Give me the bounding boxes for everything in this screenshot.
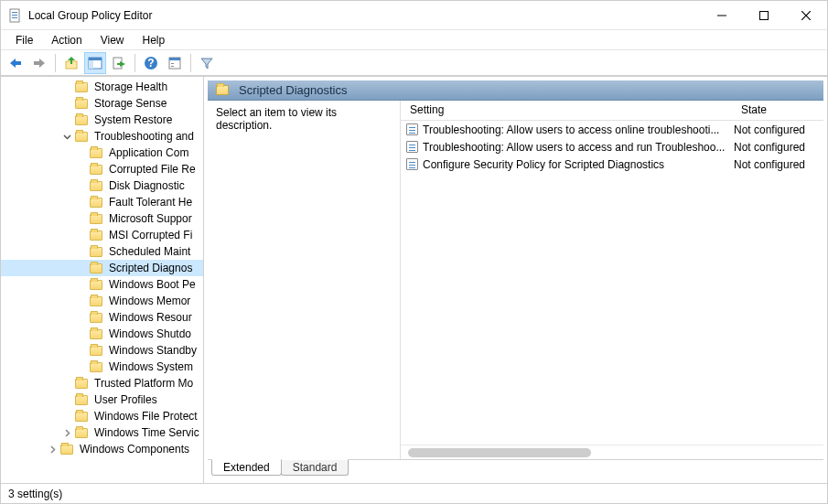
tree-item-label: Scripted Diagnos bbox=[107, 262, 194, 274]
column-setting[interactable]: Setting bbox=[401, 101, 732, 120]
tree-item-label: Trusted Platform Mo bbox=[92, 377, 195, 390]
policy-icon bbox=[404, 158, 419, 171]
show-tree-button[interactable] bbox=[84, 52, 106, 74]
tree-item-label: Windows Standby bbox=[107, 344, 199, 357]
menu-view[interactable]: View bbox=[91, 32, 134, 48]
toolbar-separator bbox=[190, 54, 191, 72]
tree-item-label: System Restore bbox=[92, 113, 174, 126]
scrollbar-thumb[interactable] bbox=[408, 448, 591, 457]
folder-icon bbox=[89, 311, 103, 324]
tree-item[interactable]: Microsoft Suppor bbox=[1, 210, 203, 227]
svg-rect-4 bbox=[717, 15, 726, 16]
folder-icon bbox=[74, 113, 89, 126]
properties-button[interactable] bbox=[164, 52, 186, 74]
tree-item-label: Windows Boot Pe bbox=[107, 278, 198, 291]
folder-icon bbox=[74, 80, 89, 93]
tree-item[interactable]: System Restore bbox=[1, 112, 203, 128]
tree[interactable]: Storage HealthStorage SenseSystem Restor… bbox=[1, 77, 203, 459]
tree-item[interactable]: Windows Boot Pe bbox=[1, 276, 203, 293]
close-button[interactable] bbox=[785, 1, 827, 29]
svg-rect-1 bbox=[12, 12, 17, 13]
tree-expander[interactable] bbox=[45, 445, 59, 454]
svg-rect-2 bbox=[12, 15, 17, 16]
tree-item-label: User Profiles bbox=[92, 393, 159, 406]
folder-icon bbox=[74, 97, 89, 110]
svg-text:?: ? bbox=[147, 57, 154, 70]
setting-row[interactable]: Troubleshooting: Allow users to access a… bbox=[401, 138, 823, 155]
tree-item[interactable]: Corrupted File Re bbox=[1, 161, 203, 177]
filter-button[interactable] bbox=[196, 52, 218, 74]
folder-icon bbox=[89, 229, 103, 241]
tree-item-label: Storage Sense bbox=[92, 97, 168, 110]
menu-file[interactable]: File bbox=[6, 32, 42, 48]
tree-expander[interactable] bbox=[59, 429, 74, 437]
description-column: Select an item to view its description. bbox=[209, 101, 401, 459]
statusbar: 3 setting(s) bbox=[1, 483, 827, 503]
tree-item[interactable]: Fault Tolerant He bbox=[1, 194, 203, 210]
tree-item-label: Disk Diagnostic bbox=[107, 179, 187, 192]
tree-item[interactable]: Scripted Diagnos bbox=[1, 260, 203, 276]
svg-rect-14 bbox=[169, 58, 180, 60]
tree-item[interactable]: Windows File Protect bbox=[1, 408, 203, 424]
settings-rows: Troubleshooting: Allow users to access o… bbox=[401, 121, 823, 445]
tree-item[interactable]: Troubleshooting and bbox=[1, 128, 203, 145]
folder-icon bbox=[89, 179, 103, 192]
tree-item[interactable]: Storage Sense bbox=[1, 95, 203, 112]
folder-icon bbox=[89, 212, 103, 225]
menu-help[interactable]: Help bbox=[134, 32, 175, 48]
tree-item-label: Windows Time Servic bbox=[92, 426, 201, 439]
setting-state: Not configured bbox=[734, 123, 820, 136]
tree-expander[interactable] bbox=[59, 133, 74, 141]
help-button[interactable]: ? bbox=[140, 52, 162, 74]
setting-state: Not configured bbox=[734, 158, 820, 171]
tree-item-label: Windows Resour bbox=[107, 311, 194, 324]
tree-item-label: Windows Memor bbox=[107, 295, 192, 307]
folder-icon bbox=[74, 426, 89, 439]
tree-item[interactable]: Windows System bbox=[1, 359, 203, 375]
tree-item[interactable]: Windows Shutdo bbox=[1, 326, 203, 342]
svg-rect-16 bbox=[171, 66, 174, 67]
tree-item-label: Windows Shutdo bbox=[107, 327, 193, 340]
tree-item[interactable]: Windows Components bbox=[1, 441, 203, 457]
folder-icon bbox=[89, 196, 103, 209]
tree-item-label: MSI Corrupted Fi bbox=[107, 229, 194, 241]
toolbar: ? bbox=[1, 50, 827, 76]
tree-item[interactable]: Windows Standby bbox=[1, 342, 203, 359]
policy-icon bbox=[404, 141, 419, 154]
setting-row[interactable]: Configure Security Policy for Scripted D… bbox=[401, 155, 823, 173]
details-title: Scripted Diagnostics bbox=[239, 83, 348, 97]
setting-row[interactable]: Troubleshooting: Allow users to access o… bbox=[401, 121, 823, 138]
maximize-button[interactable] bbox=[743, 1, 785, 29]
column-state[interactable]: State bbox=[732, 101, 823, 120]
tab-standard[interactable]: Standard bbox=[281, 459, 349, 476]
forward-button[interactable] bbox=[28, 52, 50, 74]
tree-item[interactable]: Application Com bbox=[1, 145, 203, 161]
horizontal-scrollbar[interactable] bbox=[401, 445, 823, 459]
setting-name: Configure Security Policy for Scripted D… bbox=[423, 158, 734, 171]
up-button[interactable] bbox=[60, 52, 82, 74]
setting-name: Troubleshooting: Allow users to access o… bbox=[423, 123, 734, 136]
tree-item-label: Windows System bbox=[107, 360, 195, 373]
tab-extended[interactable]: Extended bbox=[211, 459, 282, 476]
svg-rect-9 bbox=[89, 58, 102, 60]
folder-icon bbox=[89, 327, 103, 340]
tree-item[interactable]: Windows Memor bbox=[1, 293, 203, 309]
folder-icon bbox=[89, 245, 103, 258]
svg-rect-5 bbox=[760, 11, 769, 19]
tree-item[interactable]: Disk Diagnostic bbox=[1, 177, 203, 194]
menu-action[interactable]: Action bbox=[42, 32, 91, 48]
tree-item[interactable]: Windows Time Servic bbox=[1, 424, 203, 441]
export-button[interactable] bbox=[108, 52, 130, 74]
tree-panel: Storage HealthStorage SenseSystem Restor… bbox=[1, 77, 204, 483]
tree-item[interactable]: Storage Health bbox=[1, 79, 203, 95]
details-header: Scripted Diagnostics bbox=[208, 80, 823, 101]
tree-item[interactable]: User Profiles bbox=[1, 391, 203, 408]
folder-icon bbox=[215, 84, 230, 97]
tree-item[interactable]: Trusted Platform Mo bbox=[1, 375, 203, 391]
tree-item[interactable]: Scheduled Maint bbox=[1, 243, 203, 260]
minimize-button[interactable] bbox=[701, 1, 743, 29]
tree-item[interactable]: Windows Resour bbox=[1, 309, 203, 326]
tree-item[interactable]: MSI Corrupted Fi bbox=[1, 227, 203, 243]
folder-icon bbox=[74, 130, 89, 143]
back-button[interactable] bbox=[5, 52, 27, 74]
